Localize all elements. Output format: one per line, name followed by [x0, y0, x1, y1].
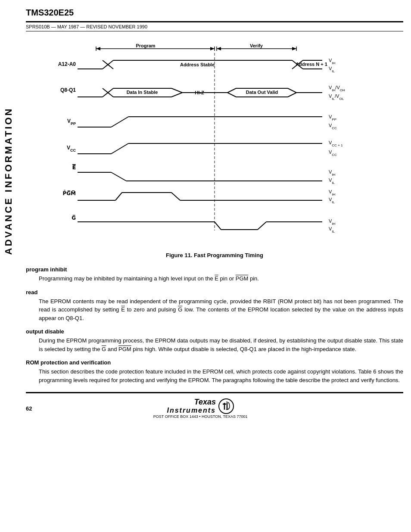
ti-logo-icon [218, 398, 234, 414]
section-title-program-inhibit: program inhibit [26, 266, 403, 273]
svg-text:Q8-Q1: Q8-Q1 [60, 87, 76, 93]
svg-text:HI-Z: HI-Z [195, 90, 204, 95]
section-program-inhibit: program inhibit Programming may be inhib… [26, 266, 403, 283]
svg-text:VCC + 1: VCC + 1 [329, 140, 343, 147]
svg-text:VIH: VIH [329, 169, 336, 177]
timing-diagram: text { font-family: Arial, Helvetica, sa… [29, 37, 400, 248]
footer-logo: Texas Instruments POST OFFICE BOX 1443 • [32, 398, 369, 419]
svg-marker-3 [96, 47, 100, 50]
svg-text:VIL: VIL [329, 226, 335, 233]
svg-text:VIL/VOL: VIL/VOL [329, 93, 344, 101]
svg-text:Data In Stable: Data In Stable [127, 90, 158, 95]
figure-caption: Figure 11. Fast Programming Timing [26, 252, 403, 258]
svg-text:Address N + 1: Address N + 1 [296, 62, 327, 67]
logo-texas: Texas [167, 398, 216, 407]
timing-diagram-svg: text { font-family: Arial, Helvetica, sa… [29, 37, 400, 248]
section-body-program-inhibit: Programming may be inhibited by maintain… [39, 274, 403, 283]
section-title-read: read [26, 289, 403, 296]
svg-text:VIH: VIH [329, 189, 336, 196]
svg-line-50 [111, 117, 128, 127]
svg-line-56 [111, 143, 128, 154]
svg-line-34 [171, 93, 182, 97]
svg-line-69 [115, 193, 122, 200]
page-number: 62 [26, 405, 32, 412]
section-read: read The EPROM contents may be read inde… [26, 289, 403, 323]
svg-marker-9 [217, 47, 221, 50]
svg-text:G̅: G̅ [72, 215, 76, 221]
svg-line-38 [227, 88, 236, 93]
svg-text:Data Out Valid: Data Out Valid [246, 90, 278, 95]
footer-address: POST OFFICE BOX 1443 • HOUSTON, TEXAS 77… [153, 414, 248, 419]
svg-text:VPP: VPP [67, 118, 76, 126]
svg-line-79 [258, 222, 266, 230]
section-rom-protection: ROM protection and verification This sec… [26, 359, 403, 384]
svg-text:VIH: VIH [329, 58, 336, 65]
svg-text:Verify: Verify [250, 43, 263, 48]
section-body-output-disable: During the EPROM programming process, th… [39, 336, 403, 353]
svg-line-44 [288, 93, 296, 97]
svg-text:Address Stable: Address Stable [180, 62, 215, 67]
svg-text:VIL: VIL [329, 177, 335, 185]
section-output-disable: output disable During the EPROM programm… [26, 328, 403, 353]
svg-line-39 [227, 93, 236, 97]
svg-marker-4 [210, 47, 215, 50]
svg-text:VCC: VCC [329, 123, 337, 130]
document-ref: SPRS010B — MAY 1987 — REVISED NOVEMBER 1… [26, 24, 403, 29]
svg-text:Program: Program [136, 43, 155, 48]
svg-text:VIL: VIL [329, 197, 335, 204]
svg-text:P̄G̅M̅: P̄G̅M̅ [62, 190, 76, 196]
svg-point-83 [219, 399, 234, 414]
svg-marker-10 [292, 47, 296, 50]
top-thick-rule [26, 21, 403, 22]
svg-text:A12-A0: A12-A0 [58, 61, 76, 67]
svg-line-43 [288, 88, 296, 93]
svg-line-33 [171, 88, 182, 93]
section-title-output-disable: output disable [26, 328, 403, 335]
advance-information-label: ADVANCE INFORMATION [3, 107, 14, 255]
svg-line-63 [111, 172, 126, 181]
svg-text:VIL: VIL [329, 66, 335, 73]
svg-text:VIH: VIH [329, 218, 336, 226]
section-body-read: The EPROM contents may be read independe… [39, 297, 403, 323]
side-label: ADVANCE INFORMATION [0, 52, 17, 310]
document-title: TMS320E25 [26, 8, 403, 18]
svg-text:VCC: VCC [329, 149, 337, 157]
svg-text:VIH/VOH: VIH/VOH [329, 85, 345, 92]
top-thin-rule [26, 31, 403, 31]
svg-line-77 [215, 222, 221, 230]
section-body-rom-protection: This section describes the code protecti… [39, 367, 403, 384]
svg-text:VCC: VCC [67, 145, 76, 152]
footer: 62 Texas Instruments [26, 393, 403, 423]
svg-text:E̅: E̅ [72, 165, 76, 171]
logo-instruments: Instruments [167, 407, 216, 414]
svg-line-71 [171, 193, 180, 200]
svg-text:VPP: VPP [329, 114, 336, 121]
section-title-rom-protection: ROM protection and verification [26, 359, 403, 366]
